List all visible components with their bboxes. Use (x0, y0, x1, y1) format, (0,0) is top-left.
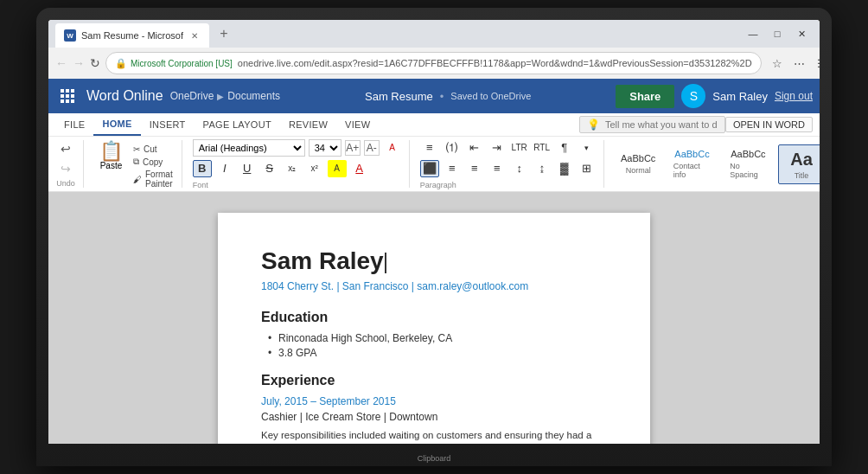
lock-icon: 🔒 (115, 58, 127, 69)
undo-button[interactable]: ↩ (55, 140, 76, 158)
border-button[interactable]: ⊞ (578, 160, 597, 177)
font-color-button[interactable]: A (350, 160, 369, 177)
cut-label: Cut (144, 144, 157, 154)
increase-indent-button[interactable]: ⇥ (488, 139, 507, 157)
style-no-spacing-preview: AaBbCc (731, 149, 765, 160)
align-right-button[interactable]: ≡ (465, 160, 484, 177)
refresh-button[interactable]: ↻ (90, 53, 100, 74)
font-row1: Arial (Headings) 34 A+ A- A (193, 139, 402, 157)
superscript-button[interactable]: x² (305, 160, 324, 177)
italic-button[interactable]: I (215, 160, 234, 177)
signout-link[interactable]: Sign out (775, 90, 813, 102)
style-normal-preview: AaBbCc (621, 153, 655, 164)
align-center-button[interactable]: ≡ (443, 160, 462, 177)
para-spacing-button[interactable]: ↨ (533, 160, 552, 177)
address-box[interactable]: 🔒 Microsoft Corporation [US] onedrive.li… (105, 52, 762, 74)
align-left-button[interactable]: ⬛ (420, 160, 439, 177)
highlight-button[interactable]: A (328, 160, 347, 177)
paragraph-group: ≡ ⑴ ⇤ ⇥ LTR RTL ¶ ▾ ⬛ ≡ ≡ (413, 140, 604, 188)
style-normal[interactable]: AaBbCc Normal (615, 149, 662, 179)
doc-name: Sam Raley (261, 247, 607, 275)
format-painter-button[interactable]: 🖌 Format Painter (131, 169, 175, 189)
numbered-list-button[interactable]: ⑴ (443, 139, 462, 157)
font-row2: B I U S x₂ x² A A (193, 160, 402, 177)
close-button[interactable]: ✕ (790, 25, 813, 42)
para-expand-button[interactable]: ▾ (578, 139, 597, 157)
style-no-spacing-label: No Spacing (730, 162, 766, 179)
word-logo: Word Online (86, 88, 163, 104)
font-size-select[interactable]: 34 (309, 139, 341, 157)
bullet-list-button[interactable]: ≡ (420, 139, 439, 157)
font-format-button[interactable]: A (383, 139, 402, 157)
tell-me-input[interactable] (605, 119, 718, 130)
breadcrumb-documents[interactable]: Documents (227, 90, 280, 102)
tell-me-box[interactable]: 💡 (579, 116, 725, 133)
breadcrumb: OneDrive ▶ Documents (170, 90, 280, 102)
star-icon[interactable]: ☆ (767, 53, 788, 74)
style-title[interactable]: Aa Title (778, 144, 820, 184)
style-contact-info[interactable]: AaBbCc Contact info (666, 144, 719, 183)
rtl-button[interactable]: RTL (533, 139, 552, 157)
font-grow-button[interactable]: A+ (345, 140, 361, 156)
font-name-select[interactable]: Arial (Headings) (193, 139, 305, 157)
tab-view[interactable]: VIEW (336, 113, 379, 136)
tab-insert[interactable]: INSERT (141, 113, 195, 136)
education-section: Education Rinconada High School, Berkele… (261, 310, 607, 359)
education-bullet-1: Rinconada High School, Berkeley, CA (261, 332, 607, 344)
decrease-indent-button[interactable]: ⇤ (465, 139, 484, 157)
new-tab-button[interactable]: + (213, 22, 235, 45)
copy-icon: ⧉ (133, 157, 139, 167)
underline-button[interactable]: U (238, 160, 257, 177)
justify-button[interactable]: ≡ (488, 160, 507, 177)
ribbon: FILE HOME INSERT PAGE LAYOUT REVIEW VIEW… (48, 113, 820, 192)
font-shrink-button[interactable]: A- (364, 140, 380, 156)
copy-button[interactable]: ⧉ Copy (131, 156, 175, 168)
browser-titlebar: W Sam Resume - Microsof ✕ + — □ ✕ (48, 20, 820, 48)
tab-file[interactable]: FILE (55, 113, 93, 136)
ribbon-tabs: FILE HOME INSERT PAGE LAYOUT REVIEW VIEW… (48, 113, 820, 136)
doc-title-area: Sam Resume • Saved to OneDrive (365, 90, 531, 103)
word-header: Word Online OneDrive ▶ Documents Sam Res… (48, 79, 820, 113)
style-no-spacing[interactable]: AaBbCc No Spacing (722, 144, 774, 183)
experience-date: July, 2015 – September 2015 (261, 395, 607, 407)
show-para-button[interactable]: ¶ (555, 139, 574, 157)
tab-home[interactable]: HOME (93, 113, 140, 136)
style-contact-label: Contact info (673, 162, 712, 179)
header-actions: Share S Sam Raley Sign out (616, 84, 813, 108)
strikethrough-button[interactable]: S (260, 160, 279, 177)
waffle-button[interactable] (55, 84, 80, 108)
doc-title[interactable]: Sam Resume (365, 90, 433, 103)
menu-icon[interactable]: ⋯ (789, 53, 810, 74)
tab-close-icon[interactable]: ✕ (188, 29, 201, 42)
redo-button[interactable]: ↪ (55, 160, 76, 178)
clipboard-group: 📋 Paste ✂ Cut ⧉ Copy (87, 140, 182, 188)
paste-button[interactable]: 📋 Paste (94, 140, 128, 172)
experience-job: Cashier | Ice Cream Store | Downtown (261, 411, 607, 423)
subscript-button[interactable]: x₂ (283, 160, 302, 177)
secure-icon: 🔒 Microsoft Corporation [US] (115, 58, 233, 69)
document-page: Sam Raley 1804 Cherry St. | San Francisc… (218, 213, 650, 444)
user-name[interactable]: Sam Raley (712, 90, 768, 103)
active-tab[interactable]: W Sam Resume - Microsof ✕ (55, 23, 209, 48)
education-bullet-2: 3.8 GPA (261, 347, 607, 359)
shading-button[interactable]: ▓ (555, 160, 574, 177)
ltr-button[interactable]: LTR (510, 139, 529, 157)
laptop-frame: W Sam Resume - Microsof ✕ + — □ ✕ (36, 8, 832, 466)
maximize-button[interactable]: □ (766, 25, 788, 42)
share-button[interactable]: Share (616, 85, 674, 108)
back-button[interactable]: ← (55, 53, 67, 74)
forward-button[interactable]: → (73, 53, 85, 74)
open-in-word-button[interactable]: OPEN IN WORD (725, 117, 813, 132)
breadcrumb-onedrive[interactable]: OneDrive (170, 90, 214, 102)
style-title-preview: Aa (790, 149, 813, 170)
cut-button[interactable]: ✂ Cut (131, 144, 175, 155)
tab-review[interactable]: REVIEW (280, 113, 336, 136)
document-area: Sam Raley 1804 Cherry St. | San Francisc… (48, 192, 820, 444)
tab-page-layout[interactable]: PAGE LAYOUT (195, 113, 280, 136)
skype-button[interactable]: S (681, 84, 705, 108)
line-spacing-button[interactable]: ↕ (510, 160, 529, 177)
bold-button[interactable]: B (193, 160, 212, 177)
settings-icon[interactable]: ☰ (812, 53, 820, 74)
minimize-button[interactable]: — (742, 25, 764, 42)
paste-label: Paste (100, 161, 123, 170)
